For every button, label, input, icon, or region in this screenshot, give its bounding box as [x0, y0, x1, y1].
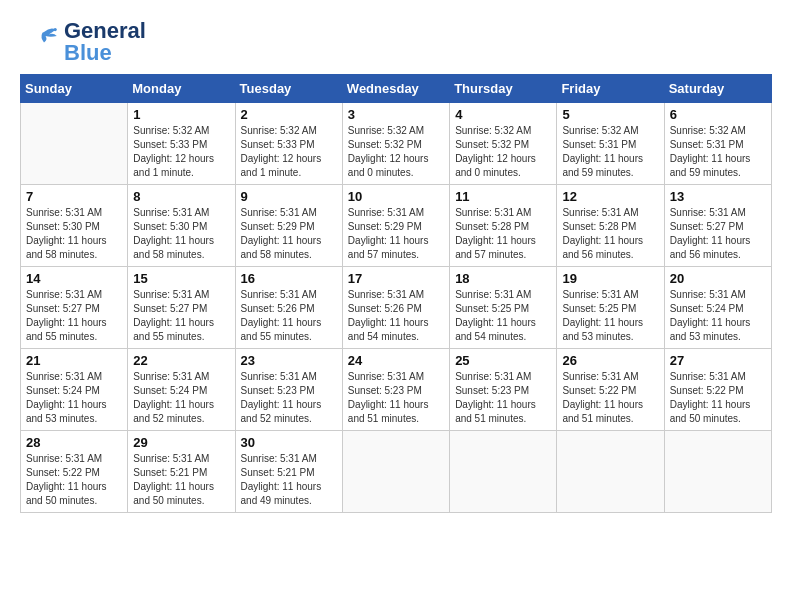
day-number: 29 — [133, 435, 229, 450]
day-info: Sunrise: 5:31 AMSunset: 5:22 PMDaylight:… — [670, 370, 766, 426]
day-number: 24 — [348, 353, 444, 368]
calendar-cell: 17Sunrise: 5:31 AMSunset: 5:26 PMDayligh… — [342, 267, 449, 349]
day-number: 9 — [241, 189, 337, 204]
calendar-cell: 15Sunrise: 5:31 AMSunset: 5:27 PMDayligh… — [128, 267, 235, 349]
logo-general: General — [64, 20, 146, 42]
calendar-cell — [664, 431, 771, 513]
calendar-table: SundayMondayTuesdayWednesdayThursdayFrid… — [20, 74, 772, 513]
calendar-cell: 22Sunrise: 5:31 AMSunset: 5:24 PMDayligh… — [128, 349, 235, 431]
day-number: 13 — [670, 189, 766, 204]
calendar-cell: 2Sunrise: 5:32 AMSunset: 5:33 PMDaylight… — [235, 103, 342, 185]
logo-text-block: General Blue — [64, 20, 146, 64]
day-number: 22 — [133, 353, 229, 368]
day-number: 6 — [670, 107, 766, 122]
calendar-cell: 30Sunrise: 5:31 AMSunset: 5:21 PMDayligh… — [235, 431, 342, 513]
day-number: 17 — [348, 271, 444, 286]
day-info: Sunrise: 5:31 AMSunset: 5:24 PMDaylight:… — [670, 288, 766, 344]
day-number: 28 — [26, 435, 122, 450]
day-number: 21 — [26, 353, 122, 368]
calendar-cell: 21Sunrise: 5:31 AMSunset: 5:24 PMDayligh… — [21, 349, 128, 431]
day-info: Sunrise: 5:31 AMSunset: 5:26 PMDaylight:… — [348, 288, 444, 344]
calendar-cell: 25Sunrise: 5:31 AMSunset: 5:23 PMDayligh… — [450, 349, 557, 431]
day-info: Sunrise: 5:31 AMSunset: 5:26 PMDaylight:… — [241, 288, 337, 344]
day-info: Sunrise: 5:31 AMSunset: 5:22 PMDaylight:… — [26, 452, 122, 508]
day-info: Sunrise: 5:32 AMSunset: 5:31 PMDaylight:… — [562, 124, 658, 180]
calendar-cell — [557, 431, 664, 513]
day-number: 30 — [241, 435, 337, 450]
day-number: 25 — [455, 353, 551, 368]
calendar-cell: 5Sunrise: 5:32 AMSunset: 5:31 PMDaylight… — [557, 103, 664, 185]
day-info: Sunrise: 5:31 AMSunset: 5:23 PMDaylight:… — [241, 370, 337, 426]
day-info: Sunrise: 5:31 AMSunset: 5:21 PMDaylight:… — [241, 452, 337, 508]
day-info: Sunrise: 5:31 AMSunset: 5:27 PMDaylight:… — [670, 206, 766, 262]
logo-icon — [20, 20, 60, 64]
day-number: 7 — [26, 189, 122, 204]
day-info: Sunrise: 5:32 AMSunset: 5:32 PMDaylight:… — [348, 124, 444, 180]
calendar-cell: 7Sunrise: 5:31 AMSunset: 5:30 PMDaylight… — [21, 185, 128, 267]
weekday-header-friday: Friday — [557, 75, 664, 103]
svg-point-0 — [54, 28, 57, 31]
calendar-cell — [342, 431, 449, 513]
logo-blue: Blue — [64, 42, 112, 64]
day-number: 19 — [562, 271, 658, 286]
day-number: 15 — [133, 271, 229, 286]
day-number: 2 — [241, 107, 337, 122]
weekday-header-saturday: Saturday — [664, 75, 771, 103]
calendar-cell: 18Sunrise: 5:31 AMSunset: 5:25 PMDayligh… — [450, 267, 557, 349]
day-info: Sunrise: 5:31 AMSunset: 5:28 PMDaylight:… — [455, 206, 551, 262]
day-number: 20 — [670, 271, 766, 286]
day-info: Sunrise: 5:31 AMSunset: 5:29 PMDaylight:… — [348, 206, 444, 262]
weekday-header-sunday: Sunday — [21, 75, 128, 103]
calendar-cell: 16Sunrise: 5:31 AMSunset: 5:26 PMDayligh… — [235, 267, 342, 349]
day-info: Sunrise: 5:31 AMSunset: 5:28 PMDaylight:… — [562, 206, 658, 262]
day-info: Sunrise: 5:31 AMSunset: 5:30 PMDaylight:… — [133, 206, 229, 262]
calendar-cell: 23Sunrise: 5:31 AMSunset: 5:23 PMDayligh… — [235, 349, 342, 431]
day-number: 8 — [133, 189, 229, 204]
logo: General Blue — [20, 20, 146, 64]
day-info: Sunrise: 5:31 AMSunset: 5:21 PMDaylight:… — [133, 452, 229, 508]
day-info: Sunrise: 5:32 AMSunset: 5:31 PMDaylight:… — [670, 124, 766, 180]
day-info: Sunrise: 5:31 AMSunset: 5:23 PMDaylight:… — [348, 370, 444, 426]
calendar-week-2: 7Sunrise: 5:31 AMSunset: 5:30 PMDaylight… — [21, 185, 772, 267]
day-info: Sunrise: 5:31 AMSunset: 5:25 PMDaylight:… — [562, 288, 658, 344]
day-number: 3 — [348, 107, 444, 122]
day-info: Sunrise: 5:31 AMSunset: 5:27 PMDaylight:… — [133, 288, 229, 344]
day-number: 23 — [241, 353, 337, 368]
day-number: 18 — [455, 271, 551, 286]
day-info: Sunrise: 5:31 AMSunset: 5:24 PMDaylight:… — [26, 370, 122, 426]
weekday-header-row: SundayMondayTuesdayWednesdayThursdayFrid… — [21, 75, 772, 103]
weekday-header-monday: Monday — [128, 75, 235, 103]
day-info: Sunrise: 5:31 AMSunset: 5:25 PMDaylight:… — [455, 288, 551, 344]
day-number: 26 — [562, 353, 658, 368]
day-info: Sunrise: 5:31 AMSunset: 5:29 PMDaylight:… — [241, 206, 337, 262]
calendar-cell: 6Sunrise: 5:32 AMSunset: 5:31 PMDaylight… — [664, 103, 771, 185]
day-info: Sunrise: 5:31 AMSunset: 5:30 PMDaylight:… — [26, 206, 122, 262]
calendar-cell: 13Sunrise: 5:31 AMSunset: 5:27 PMDayligh… — [664, 185, 771, 267]
calendar-cell: 4Sunrise: 5:32 AMSunset: 5:32 PMDaylight… — [450, 103, 557, 185]
day-info: Sunrise: 5:32 AMSunset: 5:32 PMDaylight:… — [455, 124, 551, 180]
day-number: 16 — [241, 271, 337, 286]
calendar-cell: 9Sunrise: 5:31 AMSunset: 5:29 PMDaylight… — [235, 185, 342, 267]
weekday-header-thursday: Thursday — [450, 75, 557, 103]
day-info: Sunrise: 5:31 AMSunset: 5:22 PMDaylight:… — [562, 370, 658, 426]
weekday-header-wednesday: Wednesday — [342, 75, 449, 103]
calendar-cell — [450, 431, 557, 513]
calendar-cell: 24Sunrise: 5:31 AMSunset: 5:23 PMDayligh… — [342, 349, 449, 431]
day-number: 11 — [455, 189, 551, 204]
day-info: Sunrise: 5:32 AMSunset: 5:33 PMDaylight:… — [133, 124, 229, 180]
day-number: 1 — [133, 107, 229, 122]
day-number: 10 — [348, 189, 444, 204]
calendar-week-4: 21Sunrise: 5:31 AMSunset: 5:24 PMDayligh… — [21, 349, 772, 431]
calendar-cell: 27Sunrise: 5:31 AMSunset: 5:22 PMDayligh… — [664, 349, 771, 431]
calendar-cell — [21, 103, 128, 185]
calendar-cell: 10Sunrise: 5:31 AMSunset: 5:29 PMDayligh… — [342, 185, 449, 267]
calendar-cell: 11Sunrise: 5:31 AMSunset: 5:28 PMDayligh… — [450, 185, 557, 267]
calendar-cell: 8Sunrise: 5:31 AMSunset: 5:30 PMDaylight… — [128, 185, 235, 267]
calendar-cell: 14Sunrise: 5:31 AMSunset: 5:27 PMDayligh… — [21, 267, 128, 349]
day-info: Sunrise: 5:31 AMSunset: 5:23 PMDaylight:… — [455, 370, 551, 426]
calendar-cell: 29Sunrise: 5:31 AMSunset: 5:21 PMDayligh… — [128, 431, 235, 513]
calendar-cell: 19Sunrise: 5:31 AMSunset: 5:25 PMDayligh… — [557, 267, 664, 349]
day-info: Sunrise: 5:31 AMSunset: 5:27 PMDaylight:… — [26, 288, 122, 344]
calendar-week-5: 28Sunrise: 5:31 AMSunset: 5:22 PMDayligh… — [21, 431, 772, 513]
day-number: 12 — [562, 189, 658, 204]
